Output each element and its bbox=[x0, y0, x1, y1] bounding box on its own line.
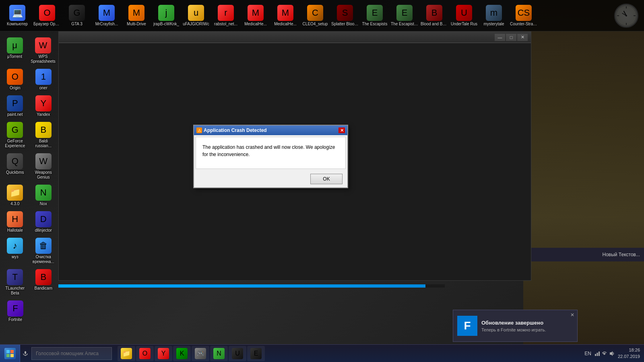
desktop-icon-baldis[interactable]: B Baldi russian... bbox=[30, 120, 57, 150]
top-icon-label-mrcray: MrCrayfish... bbox=[95, 22, 118, 26]
top-icon-gta3[interactable]: G GTA 3 bbox=[63, 3, 91, 28]
top-icon-computer[interactable]: 💻 Компьютер bbox=[3, 3, 31, 28]
top-icon-label-splatter: Splatter Blood R... bbox=[331, 22, 359, 26]
top-icon-img-jrap: j bbox=[158, 5, 174, 21]
desktop-icon-img-folder43: 📁 bbox=[7, 185, 23, 201]
start-button[interactable] bbox=[0, 345, 20, 362]
top-icon-img-cleo4: C bbox=[307, 5, 323, 21]
desktop-icon-label-oner: oner bbox=[39, 86, 47, 90]
maximize-button[interactable]: □ bbox=[506, 34, 516, 41]
notification-close-button[interactable]: ✕ bbox=[569, 312, 576, 318]
crash-dialog-close-button[interactable]: ✕ bbox=[339, 128, 345, 133]
top-icon-label-computer: Компьютер bbox=[7, 22, 28, 26]
top-icon-splatter[interactable]: S Splatter Blood R... bbox=[331, 3, 359, 28]
top-icon-label-rabstol: rabstol_net... bbox=[214, 22, 237, 26]
desktop-icon-nox[interactable]: N Nox bbox=[30, 183, 57, 208]
top-icon-label-opera: Браузер Opera bbox=[33, 22, 61, 26]
top-icon-label-cleo4: CLEO4_setup bbox=[303, 22, 328, 26]
top-icon-img-escapists2: E bbox=[396, 5, 413, 21]
top-icon-opera[interactable]: O Браузер Opera bbox=[33, 3, 61, 28]
top-icon-img-multidrive: M bbox=[128, 5, 144, 21]
ok-button[interactable]: OK bbox=[310, 174, 343, 184]
top-icon-escapists1[interactable]: E The Escapists bbox=[361, 3, 389, 28]
desktop-icon-clean[interactable]: 🗑 Очистка временна... bbox=[30, 236, 57, 266]
top-icon-undertale[interactable]: U UnderTale Rus bbox=[450, 3, 478, 28]
desktop-icon-label-wps: WPS Spreadsheets bbox=[31, 54, 56, 64]
svg-rect-15 bbox=[597, 353, 598, 356]
desktop-icon-label-geforce: GeForce Experience bbox=[3, 139, 27, 148]
top-icon-multidrive[interactable]: M Multi-Drive bbox=[122, 3, 151, 28]
desktop-icon-label-nox: Nox bbox=[40, 202, 47, 206]
desktop-icon-oner[interactable]: 1 oner bbox=[30, 67, 57, 92]
desktop-icon-dll[interactable]: D dllinjector bbox=[30, 210, 57, 234]
taskbar-search-area bbox=[20, 347, 116, 360]
top-icon-label-bloodbacon: Blood and Bacon bbox=[421, 22, 448, 26]
crash-dialog-message: The application has crashed and will now… bbox=[202, 144, 339, 158]
top-icon-medicalhe2[interactable]: M MedicalHe... bbox=[271, 3, 299, 28]
taskbar-app-opera-tb[interactable]: O bbox=[136, 346, 154, 361]
taskbar-app-ue4[interactable]: U bbox=[229, 346, 246, 361]
desktop-icon-geforce[interactable]: G GeForce Experience bbox=[2, 120, 29, 150]
top-icon-bloodbacon[interactable]: B Blood and Bacon bbox=[420, 3, 448, 28]
crash-dialog: ⚠ Application Crash Detected ✕ The appli… bbox=[193, 125, 348, 188]
notification-body: Теперь в Fortnite можно играть. bbox=[481, 327, 573, 332]
desktop-icon-hallotale[interactable]: H Hallotale bbox=[2, 210, 29, 234]
desktop-icon-folder43[interactable]: 📁 4.3.0 bbox=[2, 183, 29, 208]
desktop-icon-img-hallotale: H bbox=[7, 211, 23, 227]
taskbar-search-input[interactable] bbox=[31, 347, 112, 360]
close-button[interactable]: ✕ bbox=[517, 34, 528, 41]
desktop-icon-label-origin: Origin bbox=[10, 86, 21, 90]
desktop: 💻 Компьютер O Браузер Opera G GTA 3 M Mr… bbox=[0, 0, 644, 362]
taskbar-app-yandex-tb[interactable]: Y bbox=[155, 346, 172, 361]
top-icon-img-rabstol: r bbox=[218, 5, 234, 21]
desktop-icon-img-dll: D bbox=[35, 211, 52, 227]
crash-dialog-titlebar: ⚠ Application Crash Detected ✕ bbox=[194, 125, 347, 135]
top-icon-ufaj[interactable]: u uFAJGIORIWc bbox=[182, 3, 210, 28]
desktop-icon-origin[interactable]: O Origin bbox=[2, 67, 29, 92]
desktop-icon-label-clean: Очистка временна... bbox=[32, 255, 56, 264]
desktop-icons-left: μ μTorrent W WPS Spreadsheets O Origin 1… bbox=[0, 34, 58, 325]
top-icon-label-jrap: jrapB-cWKnk_ bbox=[153, 22, 179, 26]
top-icon-mrcray[interactable]: M MrCrayfish... bbox=[93, 3, 121, 28]
desktop-icon-yandex[interactable]: Y Yandex bbox=[30, 94, 57, 119]
taskbar-app-kaspersky[interactable]: K bbox=[173, 346, 191, 361]
top-icon-myst[interactable]: m mysterytale bbox=[480, 3, 508, 28]
notification-title: Обновление завершено bbox=[481, 320, 573, 326]
desktop-icon-tl[interactable]: T TLauncher Beta bbox=[2, 267, 29, 297]
desktop-icon-wps[interactable]: W WPS Spreadsheets bbox=[29, 36, 57, 66]
desktop-icon-fortnite[interactable]: F Fortnite bbox=[2, 299, 29, 324]
desktop-icon-bandicam[interactable]: B Bandicam bbox=[30, 267, 57, 297]
crash-dialog-footer: OK bbox=[194, 171, 347, 187]
desktop-icon-quickbms[interactable]: Q Quickbms bbox=[2, 152, 29, 181]
desktop-icon-img-mus: ♪ bbox=[7, 238, 23, 254]
top-icon-cs[interactable]: CS Counter-Stra... 1.6 bbox=[510, 3, 538, 28]
taskbar-app-game-tb[interactable]: 🎮 bbox=[192, 346, 209, 361]
taskbar-app-nox-tb[interactable]: N bbox=[210, 346, 228, 361]
top-icon-img-myst: m bbox=[486, 5, 502, 21]
taskbar-app-explorer[interactable]: 📁 bbox=[118, 346, 135, 361]
desktop-icon-mus[interactable]: ♪ муз bbox=[2, 236, 29, 266]
top-icon-img-mrcray: M bbox=[99, 5, 115, 21]
top-icon-rabstol[interactable]: r rabstol_net... bbox=[212, 3, 240, 28]
top-icon-img-opera: O bbox=[39, 5, 55, 21]
top-icon-img-escapists1: E bbox=[367, 5, 383, 21]
top-icon-label-gta3: GTA 3 bbox=[71, 22, 83, 26]
top-icon-escapists2[interactable]: E The Escapists 2 bbox=[390, 3, 419, 28]
minimize-button[interactable]: — bbox=[495, 34, 505, 41]
desktop-icon-weapons[interactable]: W Weapons Genius bbox=[30, 152, 57, 181]
taskbar-app-icon-explorer: 📁 bbox=[121, 348, 132, 359]
top-icon-cleo4[interactable]: C CLEO4_setup bbox=[301, 3, 329, 28]
progress-bar-area bbox=[58, 284, 445, 288]
top-icon-medicalhe1[interactable]: M MedicalHe... bbox=[242, 3, 270, 28]
desktop-icon-utorrent[interactable]: μ μTorrent bbox=[2, 36, 28, 66]
desktop-icon-img-baldis: B bbox=[35, 122, 52, 138]
taskbar-app-epicgames[interactable]: E bbox=[247, 346, 265, 361]
taskbar-app-icon-game-tb: 🎮 bbox=[195, 348, 206, 359]
crash-dialog-title: Application Crash Detected bbox=[204, 128, 267, 133]
microphone-icon bbox=[23, 351, 28, 356]
desktop-background-right bbox=[523, 0, 644, 362]
top-icon-jrap[interactable]: j jrapB-cWKnk_ bbox=[152, 3, 180, 28]
desktop-icon-label-paintnet: paint.net bbox=[7, 112, 23, 117]
desktop-icon-paintnet[interactable]: P paint.net bbox=[2, 94, 29, 119]
main-window-controls: — □ ✕ bbox=[495, 34, 528, 41]
